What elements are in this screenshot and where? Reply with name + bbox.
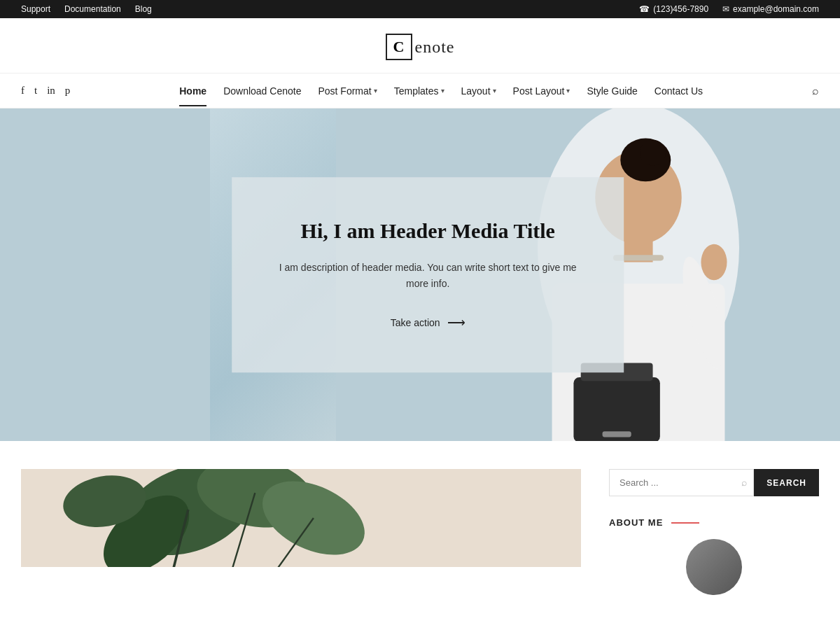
hero-overlay-card: Hi, I am Header Media Title I am descrip… <box>232 177 624 373</box>
nav-search-icon[interactable]: ⌕ <box>812 85 819 97</box>
about-me-divider <box>671 522 699 524</box>
svg-point-5 <box>640 140 666 166</box>
blog-link[interactable]: Blog <box>135 4 152 14</box>
hero-cta-button[interactable]: Take action ⟶ <box>267 315 589 330</box>
twitter-icon[interactable]: t <box>34 85 37 97</box>
phone-number: (123)456-7890 <box>653 4 708 14</box>
hero-title: Hi, I am Header Media Title <box>267 219 589 243</box>
plant-image <box>21 469 581 567</box>
top-bar-links: Support Documentation Blog <box>21 4 152 14</box>
content-area: ⌕ SEARCH ABOUT ME <box>0 441 840 595</box>
search-input[interactable] <box>609 469 754 496</box>
sidebar: ⌕ SEARCH ABOUT ME <box>609 469 819 595</box>
nav-item-templates[interactable]: Templates ▾ <box>386 76 453 106</box>
about-me-section: ABOUT ME <box>609 517 819 528</box>
nav-item-post-layout[interactable]: Post Layout ▾ <box>505 76 579 106</box>
author-avatar <box>686 539 742 595</box>
nav-item-contact[interactable]: Contact Us <box>646 76 711 106</box>
search-input-wrap: ⌕ <box>609 469 754 496</box>
main-nav: Home Download Cenote Post Format ▾ Templ… <box>171 76 711 106</box>
chevron-down-icon: ▾ <box>566 87 570 94</box>
logo-area: C enote <box>0 18 840 74</box>
about-me-title: ABOUT ME <box>609 517 663 528</box>
facebook-icon[interactable]: f <box>21 85 24 97</box>
search-button[interactable]: SEARCH <box>754 469 819 496</box>
svg-rect-10 <box>603 431 631 437</box>
logo-text: enote <box>415 38 455 57</box>
nav-item-post-format[interactable]: Post Format ▾ <box>309 76 385 106</box>
documentation-link[interactable]: Documentation <box>64 4 121 14</box>
nav-item-style-guide[interactable]: Style Guide <box>578 76 645 106</box>
email-address: example@domain.com <box>733 4 819 14</box>
nav-item-download[interactable]: Download Cenote <box>215 76 309 106</box>
logo[interactable]: C enote <box>386 34 455 60</box>
linkedin-icon[interactable]: in <box>47 85 55 97</box>
top-bar-contact: ☎ (123)456-7890 ✉ example@domain.com <box>639 4 819 14</box>
nav-item-layout[interactable]: Layout ▾ <box>453 76 505 106</box>
support-link[interactable]: Support <box>21 4 50 14</box>
social-icons: f t in p <box>21 85 70 97</box>
svg-point-12 <box>701 244 727 280</box>
hero-description: I am description of header media. You ca… <box>267 260 589 293</box>
nav-item-home[interactable]: Home <box>171 76 215 106</box>
pinterest-icon[interactable]: p <box>65 85 71 97</box>
chevron-down-icon: ▾ <box>374 87 377 94</box>
logo-letter: C <box>386 34 412 60</box>
hero-cta-arrow-icon: ⟶ <box>447 315 465 330</box>
top-bar: Support Documentation Blog ☎ (123)456-78… <box>0 0 840 18</box>
hero-cta-label: Take action <box>391 317 440 328</box>
phone-info: ☎ (123)456-7890 <box>639 4 708 14</box>
nav-area: f t in p Home Download Cenote Post Forma… <box>0 74 840 108</box>
main-content <box>21 469 581 595</box>
post-thumbnail <box>21 469 581 567</box>
chevron-down-icon: ▾ <box>493 87 496 94</box>
search-box: ⌕ SEARCH <box>609 469 819 496</box>
hero-section: Hi, I am Header Media Title I am descrip… <box>0 108 840 441</box>
phone-icon: ☎ <box>639 4 650 14</box>
email-icon: ✉ <box>722 4 729 14</box>
chevron-down-icon: ▾ <box>441 87 444 94</box>
email-info: ✉ example@domain.com <box>722 4 819 14</box>
search-icon: ⌕ <box>741 477 747 489</box>
